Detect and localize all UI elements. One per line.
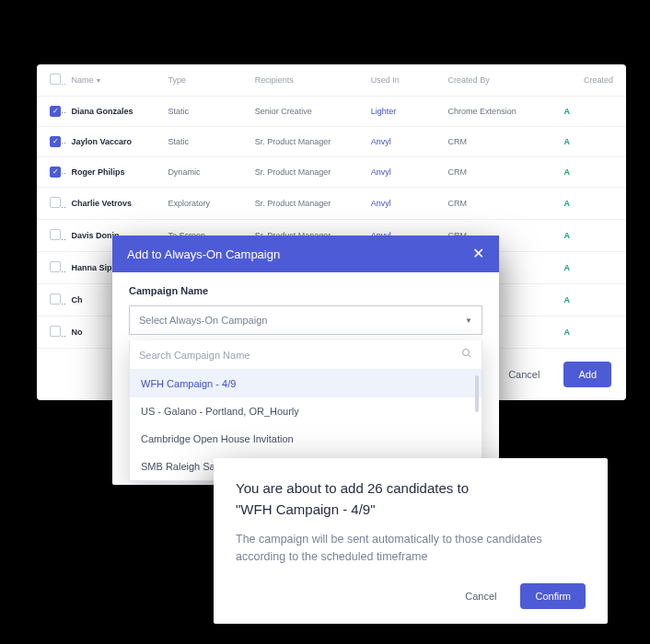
cell-recipients: Sr. Product Manager (250, 188, 366, 220)
col-createdby[interactable]: Created By (443, 64, 559, 97)
cell-name: Charlie Vetrovs (65, 188, 162, 220)
select-placeholder: Select Always-On Campaign (139, 315, 267, 326)
table-row[interactable]: Charlie VetrovsExploratorySr. Product Ma… (37, 188, 626, 220)
row-checkbox[interactable] (50, 136, 61, 147)
cell-created: A (559, 127, 627, 157)
row-checkbox[interactable] (50, 229, 61, 240)
cell-createdby: Chrome Extension (443, 97, 559, 127)
cell-used: Anvyl (366, 188, 443, 220)
row-checkbox[interactable] (50, 293, 61, 305)
cell-name: Diana Gonzales (65, 97, 162, 127)
campaign-name-label: Campaign Name (129, 285, 482, 296)
cell-type: Static (162, 97, 249, 127)
cell-recipients: Senior Creative (250, 97, 366, 127)
svg-point-0 (463, 350, 470, 356)
cell-used: Anvyl (366, 127, 443, 157)
chevron-down-icon: ▼ (95, 77, 101, 84)
scrollbar-thumb[interactable] (475, 375, 479, 412)
cell-created: A (559, 316, 627, 349)
chevron-down-icon: ▼ (465, 316, 472, 325)
search-row (130, 340, 482, 370)
campaign-option[interactable]: Cambridge Open House Invitation (130, 425, 482, 453)
close-icon[interactable]: ✕ (472, 247, 484, 261)
cell-recipients: Sr. Product Manager (250, 127, 366, 157)
add-campaign-modal: Add to Always-On Campaign ✕ Campaign Nam… (112, 236, 499, 485)
cell-used: Lighter (366, 97, 443, 127)
cell-created: A (559, 97, 627, 127)
row-checkbox[interactable] (50, 167, 61, 178)
col-type[interactable]: Type (162, 64, 249, 97)
modal-header: Add to Always-On Campaign ✕ (112, 236, 499, 272)
cell-name: Roger Philips (65, 157, 162, 188)
confirm-title: You are about to add 26 candidates to "W… (236, 478, 586, 520)
cell-recipients: Sr. Product Manager (250, 157, 366, 188)
confirm-button[interactable]: Confirm (520, 583, 586, 609)
cancel-button[interactable]: Cancel (493, 362, 554, 387)
search-input[interactable] (139, 350, 461, 361)
row-checkbox[interactable] (50, 326, 61, 337)
cell-createdby: CRM (443, 188, 559, 220)
cell-created: A (559, 220, 627, 252)
col-name[interactable]: Name▼ (65, 64, 162, 97)
cell-created: A (559, 252, 627, 284)
confirm-dialog: You are about to add 26 candidates to "W… (214, 458, 608, 624)
campaign-select[interactable]: Select Always-On Campaign ▼ (129, 305, 482, 335)
row-checkbox[interactable] (50, 197, 61, 208)
select-all-checkbox[interactable] (50, 74, 61, 85)
add-button[interactable]: Add (563, 362, 611, 387)
confirm-subtitle: The campaign will be sent automatically … (236, 531, 586, 567)
cancel-button[interactable]: Cancel (450, 583, 511, 609)
cell-createdby: CRM (443, 127, 559, 157)
table-row[interactable]: Diana GonzalesStaticSenior CreativeLight… (37, 97, 626, 127)
cell-created: A (559, 157, 627, 188)
cell-type: Dynamic (162, 157, 249, 188)
cell-type: Static (162, 127, 249, 157)
cell-created: A (559, 188, 627, 220)
svg-line-1 (469, 355, 471, 358)
cell-created: A (559, 284, 627, 316)
modal-title: Add to Always-On Campaign (127, 247, 280, 261)
col-recipients[interactable]: Recipients (250, 64, 366, 97)
col-used[interactable]: Used In (366, 64, 443, 97)
cell-used: Anvyl (366, 157, 443, 188)
search-icon (461, 348, 472, 362)
cell-type: Exploratory (162, 188, 249, 220)
col-created[interactable]: Created (559, 64, 627, 97)
table-row[interactable]: Jaylon VaccaroStaticSr. Product ManagerA… (37, 127, 626, 157)
campaign-option[interactable]: US - Galano - Portland, OR_Hourly (130, 397, 482, 425)
row-checkbox[interactable] (50, 106, 61, 117)
cell-name: Jaylon Vaccaro (65, 127, 162, 157)
table-row[interactable]: Roger PhilipsDynamicSr. Product ManagerA… (37, 157, 626, 188)
cell-createdby: CRM (443, 157, 559, 188)
row-checkbox[interactable] (50, 261, 61, 272)
campaign-option[interactable]: WFH Campaign - 4/9 (130, 370, 482, 397)
